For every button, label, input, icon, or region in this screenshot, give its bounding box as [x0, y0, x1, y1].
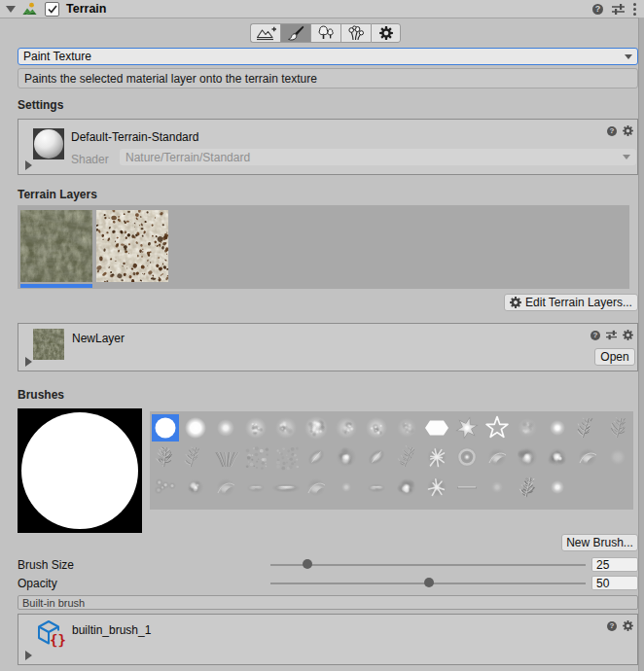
terrain-enabled-checkbox[interactable]: [45, 2, 59, 17]
tool-button-terrain-settings[interactable]: [371, 23, 401, 43]
brush-size-field[interactable]: [591, 557, 638, 572]
brush-cell-44[interactable]: [514, 474, 541, 501]
brush-cell-36[interactable]: [272, 474, 300, 501]
brush-cell-29[interactable]: [544, 443, 571, 471]
tool-description-text: Paints the selected material layer onto …: [24, 72, 317, 86]
brush-cell-43[interactable]: [483, 474, 511, 501]
presets-icon[interactable]: [612, 3, 625, 16]
brush-size-label: Brush Size: [18, 558, 74, 572]
context-menu-icon[interactable]: [633, 3, 636, 16]
material-gear-icon[interactable]: [623, 125, 633, 136]
terrain-inspector: Terrain ? Paint Texture Paints the selec…: [0, 0, 644, 671]
material-inspector-box: Default-Terrain-Standard ? Shader Nature…: [18, 119, 638, 175]
brush-cell-46-empty: [574, 474, 601, 501]
opacity-label: Opacity: [18, 577, 57, 590]
brush-cell-24[interactable]: [393, 443, 420, 471]
tool-button-paint-details[interactable]: [340, 23, 371, 43]
builtin-brush-gear-icon[interactable]: [623, 620, 633, 631]
layer-name: NewLayer: [72, 332, 125, 345]
layer-thumbnail[interactable]: [33, 329, 64, 360]
brush-cell-9[interactable]: [423, 414, 450, 441]
brush-cell-34[interactable]: [212, 474, 239, 501]
brush-cell-6[interactable]: [333, 414, 360, 441]
settings-heading: Settings: [18, 98, 63, 112]
terrain-layer-grass[interactable]: [20, 210, 92, 282]
help-icon[interactable]: ?: [592, 4, 603, 15]
opacity-field[interactable]: [591, 576, 638, 590]
brush-cell-14[interactable]: [574, 414, 601, 441]
builtin-brush-foldout-icon[interactable]: [25, 651, 32, 660]
brush-cell-39[interactable]: [363, 474, 390, 501]
new-brush-button[interactable]: New Brush...: [561, 534, 638, 551]
brush-cell-40[interactable]: [393, 474, 420, 501]
brush-cell-45[interactable]: [544, 474, 571, 501]
brush-cell-21[interactable]: [303, 443, 330, 471]
brush-cell-31[interactable]: [604, 443, 631, 471]
shader-label: Shader: [71, 153, 109, 166]
brush-cell-18[interactable]: [212, 443, 239, 471]
layer-gear-icon[interactable]: [623, 330, 633, 340]
brush-asset-icon: {}: [36, 618, 65, 653]
paint-mode-dropdown[interactable]: Paint Texture: [18, 48, 638, 65]
foldout-terrain-icon[interactable]: [6, 6, 16, 13]
material-help-icon[interactable]: ?: [607, 126, 617, 136]
layer-presets-icon[interactable]: [606, 330, 617, 340]
terrain-layers-heading: Terrain Layers: [18, 188, 97, 201]
brush-cell-1[interactable]: [182, 414, 209, 441]
brush-cell-23[interactable]: [363, 443, 390, 471]
dropdown-arrow-icon: [625, 54, 632, 59]
brush-cell-20[interactable]: [272, 443, 300, 471]
layer-help-icon[interactable]: ?: [590, 331, 600, 340]
brush-cell-16[interactable]: [152, 443, 179, 471]
brush-cell-28[interactable]: [514, 443, 541, 471]
component-title: Terrain: [66, 2, 106, 16]
brush-cell-30[interactable]: [574, 443, 601, 471]
brush-cell-12[interactable]: [514, 414, 541, 441]
layer-foldout-icon[interactable]: [25, 357, 32, 367]
brush-cell-22[interactable]: [333, 443, 360, 471]
brush-size-row: Brush Size: [0, 557, 644, 572]
brush-size-slider[interactable]: [270, 564, 586, 566]
opacity-slider-knob[interactable]: [424, 578, 434, 587]
tool-button-create-neighbor-terrains[interactable]: [250, 23, 280, 43]
brush-cell-13[interactable]: [544, 414, 571, 441]
brush-cell-19[interactable]: [242, 443, 269, 471]
shader-dropdown[interactable]: Nature/Terrain/Standard: [120, 149, 636, 165]
brush-cell-26[interactable]: [453, 443, 481, 471]
brush-cell-42[interactable]: [453, 474, 481, 501]
scrollbar-track[interactable]: [638, 18, 644, 671]
brush-cell-0[interactable]: [152, 414, 179, 441]
shader-dropdown-arrow-icon: [623, 155, 630, 159]
brush-cell-3[interactable]: [242, 414, 269, 441]
brush-cell-5[interactable]: [303, 414, 330, 441]
brush-cell-17[interactable]: [182, 443, 209, 471]
brush-cell-15[interactable]: [604, 414, 631, 441]
brush-cell-37[interactable]: [303, 474, 330, 501]
edit-layers-label: Edit Terrain Layers...: [525, 296, 632, 309]
builtin-brush-help-icon[interactable]: ?: [607, 621, 617, 631]
brush-cell-10[interactable]: [453, 414, 481, 441]
material-foldout-icon[interactable]: [25, 160, 32, 170]
terrain-layer-gravel[interactable]: [96, 210, 168, 282]
brush-cell-33[interactable]: [182, 474, 209, 501]
brush-cell-41[interactable]: [423, 474, 450, 501]
brush-cell-11[interactable]: [483, 414, 511, 441]
brush-cell-4[interactable]: [272, 414, 300, 441]
brush-cell-25[interactable]: [423, 443, 450, 471]
brush-cell-2[interactable]: [212, 414, 239, 441]
brush-size-slider-knob[interactable]: [303, 559, 312, 569]
inspector-header: Terrain ?: [0, 0, 644, 18]
edit-terrain-layers-button[interactable]: Edit Terrain Layers...: [504, 294, 638, 311]
brush-cell-38[interactable]: [333, 474, 360, 501]
brush-cell-32[interactable]: [152, 474, 179, 501]
brush-cell-8[interactable]: [393, 414, 420, 441]
brush-cell-35[interactable]: [242, 474, 269, 501]
material-preview[interactable]: [33, 128, 64, 159]
tool-button-paint-trees[interactable]: [310, 23, 340, 43]
tool-button-paint-terrain[interactable]: [280, 23, 310, 43]
brush-cell-7[interactable]: [363, 414, 390, 441]
builtin-brush-name: builtin_brush_1: [72, 623, 151, 637]
brush-cell-27[interactable]: [483, 443, 511, 471]
open-layer-button[interactable]: Open: [594, 348, 635, 366]
shader-value: Nature/Terrain/Standard: [125, 151, 250, 164]
